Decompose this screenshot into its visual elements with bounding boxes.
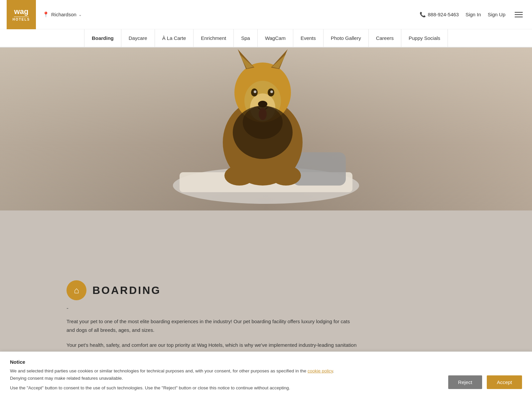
nav-item-spa[interactable]: Spa (234, 29, 258, 47)
cookie-reject-button[interactable]: Reject (448, 375, 482, 389)
phone-link[interactable]: 📞 888-924-5463 (420, 12, 459, 18)
cookie-notice-title: Notice (10, 359, 522, 365)
hero-dog-svg (166, 48, 366, 210)
cookie-buttons: Reject Accept (448, 375, 522, 389)
cookie-body-2: Use the "Accept" button to consent to th… (10, 384, 376, 392)
boarding-icon-circle: ⌂ (66, 280, 86, 300)
boarding-paragraph-1: Treat your pet to one of the most elite … (66, 317, 359, 334)
main-nav: Boarding Daycare À La Carte Enrichment S… (0, 29, 532, 48)
nav-item-careers[interactable]: Careers (369, 29, 401, 47)
location-selector[interactable]: 📍 Richardson ⌄ (43, 11, 82, 18)
top-right-actions: 📞 888-924-5463 Sign In Sign Up (420, 9, 526, 20)
hamburger-line-3 (515, 17, 523, 17)
svg-marker-7 (239, 54, 253, 68)
svg-point-20 (243, 106, 283, 139)
phone-icon: 📞 (420, 12, 426, 18)
cookie-body-1: We and selected third parties use cookie… (10, 367, 376, 382)
hamburger-menu-button[interactable] (512, 9, 525, 20)
svg-rect-2 (293, 152, 346, 186)
svg-point-17 (224, 166, 254, 186)
logo-area: wag HOTELS 📍 Richardson ⌄ (7, 0, 82, 29)
cookie-accept-button[interactable]: Accept (487, 375, 522, 389)
logo[interactable]: wag HOTELS (7, 0, 36, 29)
top-bar: wag HOTELS 📍 Richardson ⌄ 📞 888-924-5463… (0, 0, 532, 29)
svg-point-14 (270, 90, 273, 93)
sign-up-button[interactable]: Sign Up (488, 12, 505, 17)
svg-point-18 (271, 166, 301, 186)
sign-in-button[interactable]: Sign In (466, 12, 481, 17)
nav-item-a-la-carte[interactable]: À La Carte (155, 29, 194, 47)
boarding-dash: - (66, 305, 532, 312)
nav-item-wagcam[interactable]: WagCam (258, 29, 293, 47)
cookie-notice: Notice We and selected third parties use… (0, 351, 532, 399)
boarding-title: BOARDING (92, 284, 161, 297)
nav-item-events[interactable]: Events (293, 29, 324, 47)
boarding-header: ⌂ BOARDING (66, 280, 532, 300)
cookie-policy-link[interactable]: cookie policy (308, 368, 333, 373)
below-hero-section (0, 210, 532, 264)
phone-number: 888-924-5463 (428, 12, 459, 17)
chevron-down-icon: ⌄ (78, 12, 82, 17)
nav-item-enrichment[interactable]: Enrichment (194, 29, 234, 47)
hero-image (0, 48, 532, 210)
hamburger-line-1 (515, 12, 523, 13)
nav-item-photo-gallery[interactable]: Photo Gallery (324, 29, 369, 47)
nav-item-puppy-socials[interactable]: Puppy Socials (401, 29, 448, 47)
hamburger-line-2 (515, 14, 523, 15)
pin-icon: 📍 (43, 11, 49, 18)
svg-marker-8 (272, 54, 286, 68)
nav-item-daycare[interactable]: Daycare (121, 29, 155, 47)
home-icon: ⌂ (74, 285, 79, 296)
location-label: Richardson (51, 12, 76, 17)
svg-point-13 (254, 90, 256, 93)
nav-item-boarding[interactable]: Boarding (84, 29, 121, 47)
